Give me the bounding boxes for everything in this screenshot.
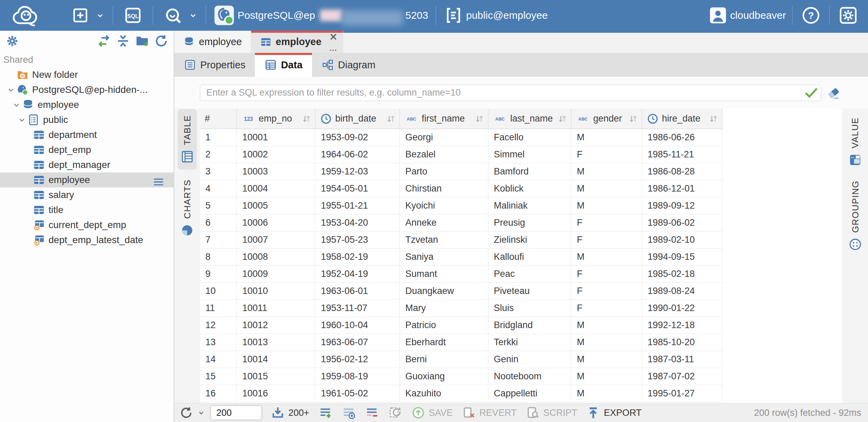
grid-cell[interactable]: M [571, 334, 642, 351]
grid-cell[interactable]: 8 [200, 249, 237, 266]
grid-cell[interactable]: 1 [200, 129, 237, 146]
grid-cell[interactable]: 9 [200, 266, 237, 283]
grid-cell[interactable]: 1953-04-20 [315, 214, 400, 231]
sort-icon[interactable] [708, 113, 719, 125]
column-header-birth_date[interactable]: birth_date [315, 109, 400, 129]
grid-cell[interactable]: F [571, 231, 642, 249]
tree-item-dept-manager[interactable]: dept_manager [0, 157, 174, 172]
grid-cell[interactable]: 1989-06-02 [642, 214, 722, 231]
grid-cell[interactable]: Genin [488, 351, 571, 368]
grid-cell[interactable]: M [571, 385, 642, 402]
grid-cell[interactable]: 15 [200, 368, 237, 385]
tab-menu-icon[interactable]: … [329, 45, 338, 51]
grid-cell[interactable]: Koblick [488, 180, 571, 197]
sort-icon[interactable] [474, 113, 485, 125]
column-header-last_name[interactable]: ABClast_name [488, 109, 571, 129]
grid-cell[interactable]: 10007 [237, 231, 315, 249]
grid-cell[interactable]: F [571, 214, 642, 231]
grid-cell[interactable]: 1963-06-07 [315, 334, 400, 351]
grid-cell[interactable]: 4 [200, 180, 237, 197]
grid-cell[interactable]: 16 [200, 385, 237, 402]
tree-item-salary[interactable]: salary [0, 187, 174, 202]
grid-cell[interactable]: 1985-11-21 [642, 146, 722, 163]
navigator-settings-button[interactable] [5, 33, 20, 48]
grid-cell[interactable]: 1952-04-19 [315, 266, 400, 283]
schema-selector[interactable]: public@employee [444, 5, 548, 25]
tree-item-public[interactable]: public [0, 112, 174, 127]
grid-cell[interactable]: 1963-06-01 [315, 283, 400, 300]
grid-cell[interactable]: 10014 [237, 351, 315, 368]
grid-cell[interactable]: F [571, 300, 642, 317]
grid-cell[interactable]: Parto [400, 163, 488, 180]
grid-cell[interactable]: 1957-05-23 [315, 231, 400, 249]
grid-cell[interactable]: 1958-02-19 [315, 249, 400, 266]
grid-cell[interactable]: 13 [200, 334, 237, 351]
grid-cell[interactable]: 14 [200, 351, 237, 368]
new-connection-button[interactable] [68, 4, 92, 27]
tree-item-title[interactable]: title [0, 202, 174, 217]
link-editor-button[interactable] [96, 33, 111, 48]
tree-item-employee[interactable]: employee [0, 172, 174, 187]
column-header-first_name[interactable]: ABCfirst_name [400, 109, 488, 129]
grid-cell[interactable]: 1960-10-04 [315, 317, 400, 334]
tree-item-new-folder[interactable]: New folder [0, 67, 174, 82]
expand-chevron-icon[interactable] [16, 115, 27, 125]
grid-cell[interactable]: 1987-07-02 [642, 368, 722, 385]
grid-cell[interactable]: 12 [200, 317, 237, 334]
delete-row-button[interactable] [365, 406, 379, 420]
clear-filter-button[interactable] [825, 84, 842, 102]
grid-cell[interactable]: Georgi [400, 129, 488, 146]
apply-filter-button[interactable] [802, 85, 821, 101]
grid-cell[interactable]: 10010 [237, 283, 315, 300]
grid-cell[interactable]: 1953-09-02 [315, 129, 400, 146]
grid-cell[interactable]: 10016 [237, 385, 315, 402]
sql-editor-button[interactable]: SQL [121, 4, 145, 27]
expand-chevron-icon[interactable] [5, 85, 16, 95]
sort-icon[interactable] [386, 113, 396, 125]
refresh-tree-button[interactable] [154, 33, 169, 48]
column-header-rownum[interactable]: # [200, 109, 237, 129]
filter-input[interactable] [200, 85, 801, 101]
grid-cell[interactable]: 1986-08-28 [642, 163, 722, 180]
add-row-button[interactable] [318, 406, 333, 420]
grid-cell[interactable]: 2 [200, 146, 237, 163]
tab-data[interactable]: Data [255, 53, 312, 77]
settings-button[interactable] [836, 4, 860, 27]
chevron-down-icon[interactable] [188, 10, 198, 20]
grid-cell[interactable]: Guoxiang [400, 368, 488, 385]
grid-cell[interactable]: M [571, 197, 642, 214]
grid-cell[interactable]: Duangkaew [400, 283, 488, 300]
cloudbeaver-logo[interactable] [8, 1, 49, 30]
grid-cell[interactable]: M [571, 129, 642, 146]
grid-cell[interactable]: 10006 [237, 214, 315, 231]
grid-cell[interactable]: 1986-06-26 [642, 129, 722, 146]
panel-tab-value[interactable]: IVALUE [842, 113, 868, 171]
grid-cell[interactable]: Bamford [488, 163, 571, 180]
sort-icon[interactable] [557, 113, 568, 125]
grid-cell[interactable]: 1961-05-02 [315, 385, 400, 402]
editor-tab-employee[interactable]: employee [174, 31, 251, 53]
grid-cell[interactable]: M [571, 180, 642, 197]
grid-cell[interactable]: 10013 [237, 334, 315, 351]
tree-item-department[interactable]: department [0, 127, 174, 142]
tab-diagram[interactable]: Diagram [312, 53, 385, 77]
tree-item-current-dept-emp[interactable]: current_dept_emp [0, 217, 174, 233]
grid-cell[interactable]: Bridgland [488, 317, 571, 334]
grid-cell[interactable]: Bezalel [400, 146, 488, 163]
grid-cell[interactable]: 1989-08-24 [642, 283, 722, 300]
grid-cell[interactable]: 7 [200, 231, 237, 249]
fetch-more-button[interactable]: 200+ [271, 406, 309, 420]
grid-cell[interactable]: 1990-01-22 [642, 300, 722, 317]
grid-cell[interactable]: 1985-02-18 [642, 266, 722, 283]
grid-cell[interactable]: 10004 [237, 180, 315, 197]
grid-cell[interactable]: 1959-12-03 [315, 163, 400, 180]
grid-cell[interactable]: 10002 [237, 146, 315, 163]
connection-selector[interactable]: PostgreSQL@ep 5203 [214, 5, 428, 26]
tree-item-employee[interactable]: employee [0, 97, 174, 112]
grid-cell[interactable]: Saniya [400, 249, 488, 266]
tree-item-dept-emp-latest-date[interactable]: dept_emp_latest_date [0, 233, 174, 248]
grid-cell[interactable]: 1959-08-19 [315, 368, 400, 385]
grid-cell[interactable]: M [571, 163, 642, 180]
panel-tab-grouping[interactable]: GROUPING [842, 186, 868, 245]
grid-cell[interactable]: 10001 [237, 129, 315, 146]
